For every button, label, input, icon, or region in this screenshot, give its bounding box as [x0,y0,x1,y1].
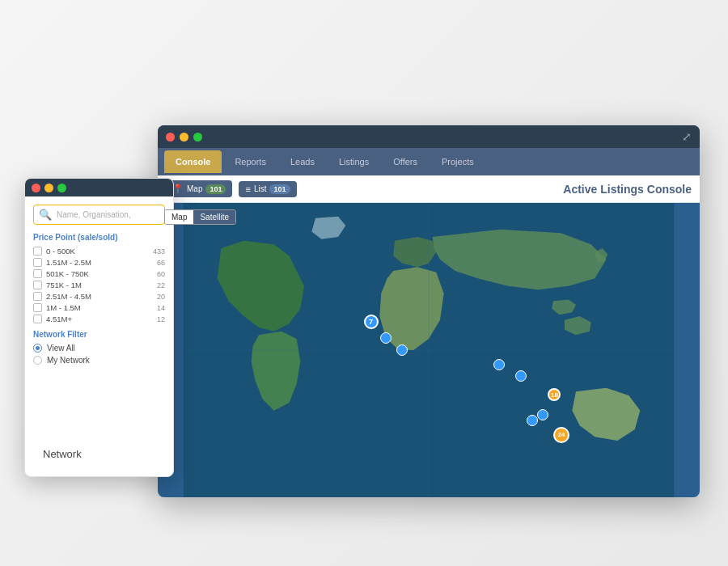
list-count-badge: 101 [269,184,290,194]
sidebar-titlebar [25,179,173,196]
filter-label-5: 1M - 1.5M [46,303,81,312]
minimize-button[interactable] [180,133,188,142]
filter-item-3: 751K - 1M 22 [33,281,165,289]
sidebar-minimize-button[interactable] [44,184,53,192]
filter-count-1: 66 [157,259,165,267]
filter-label-4: 2.51M - 4.5M [46,292,91,301]
list-icon: ≡ [245,184,250,194]
sidebar-content: 🔍 Name, Organisation, Price Point (sale/… [25,196,173,476]
filter-checkbox-4[interactable] [33,292,42,301]
tab-projects[interactable]: Projects [430,150,485,173]
expand-icon[interactable]: ⤢ [682,130,692,143]
tab-listings[interactable]: Listings [328,150,380,173]
filter-checkbox-2[interactable] [33,269,42,278]
filter-count-0: 433 [153,247,165,256]
tab-reports[interactable]: Reports [223,150,277,173]
filter-item-6: 4.51M+ 12 [33,315,165,323]
radio-my-network[interactable] [33,356,42,365]
filter-checkbox-0[interactable] [33,247,42,256]
sidebar-window: 🔍 Name, Organisation, Price Point (sale/… [24,178,174,477]
filter-checkbox-1[interactable] [33,258,42,267]
search-icon: 🔍 [39,209,52,221]
map-toggle-map[interactable]: Map [165,210,193,224]
marker-aus-4[interactable] [527,415,538,426]
filter-count-3: 22 [157,281,165,289]
filter-label-6: 4.51M+ [46,315,72,323]
filter-label-3: 751K - 1M [46,281,82,289]
filter-item-0: 0 - 500K 433 [33,247,165,256]
map-toggle-satellite[interactable]: Satellite [193,210,235,224]
filter-count-5: 14 [157,304,165,312]
network-label-0: View All [47,344,75,353]
marker-aus-2[interactable] [537,409,548,420]
search-box[interactable]: 🔍 Name, Organisation, [33,205,165,225]
filter-checkbox-5[interactable] [33,303,42,312]
sidebar-maximize-button[interactable] [57,184,66,192]
console-title: Active Listings Console [563,183,692,196]
radio-inner-0 [36,346,40,350]
tab-offers[interactable]: Offers [382,150,429,173]
filter-item-5: 1M - 1.5M 14 [33,303,165,312]
toolbar: 📍 Map 101 ≡ List 101 Active Listings Con… [158,175,700,203]
network-item-0: View All [33,344,165,353]
list-btn-label: List [254,184,267,193]
filter-checkbox-6[interactable] [33,315,42,323]
filter-item-4: 2.51M - 4.5M 20 [33,292,165,301]
radio-view-all[interactable] [33,344,42,353]
map-button[interactable]: 📍 Map 101 [166,180,232,197]
sidebar-close-button[interactable] [32,184,40,192]
main-titlebar: ⤢ [158,125,700,148]
nav-tabs: Console Reports Leads Listings Offers Pr… [158,148,700,175]
filter-count-2: 60 [157,270,165,278]
filter-item-2: 501K - 750K 60 [33,269,165,278]
search-input[interactable]: Name, Organisation, [57,210,131,219]
tab-console[interactable]: Console [164,150,222,173]
map-toggle: Map Satellite [164,209,236,225]
network-section: Network Filter View All My Network [33,330,165,365]
filter-label-0: 0 - 500K [46,247,75,256]
marker-mideast[interactable] [396,344,408,356]
window-content: Console Reports Leads Listings Offers Pr… [158,148,700,497]
tab-leads[interactable]: Leads [279,150,326,173]
price-section-title: Price Point (sale/sold) [33,233,165,242]
map-count-badge: 101 [205,184,226,194]
filter-label-2: 501K - 750K [46,269,89,278]
list-button[interactable]: ≡ List 101 [239,181,296,197]
network-label: Network [43,448,82,460]
marker-europe-1[interactable]: 7 [364,315,379,329]
map-container[interactable]: Map Satellite [158,203,700,497]
close-button[interactable] [166,133,175,142]
filter-checkbox-3[interactable] [33,281,42,289]
map-pin-icon: 📍 [172,184,184,194]
network-item-1: My Network [33,356,165,365]
filter-label-1: 1.51M - 2.5M [46,258,91,267]
world-map [158,203,700,497]
filter-count-6: 12 [157,315,165,323]
marker-europe-2[interactable] [380,332,392,344]
maximize-button[interactable] [193,133,202,142]
filter-item-1: 1.51M - 2.5M 66 [33,258,165,267]
marker-aus-3[interactable]: 24 [553,427,569,443]
main-window: ⤢ Console Reports Leads Listings Offers … [158,125,700,497]
filter-count-4: 20 [157,293,165,301]
network-label-1: My Network [47,356,90,365]
network-section-title: Network Filter [33,330,165,339]
map-btn-label: Map [187,184,202,193]
